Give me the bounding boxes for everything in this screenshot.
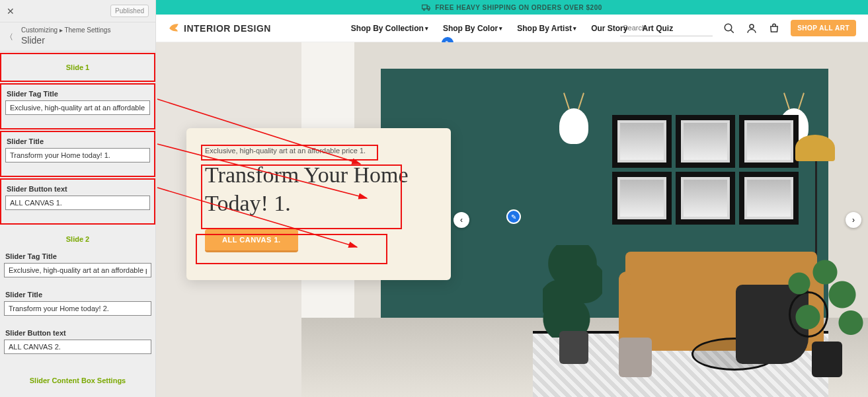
slider-next-button[interactable]: ›	[846, 212, 861, 228]
input-slide1-title[interactable]	[5, 148, 150, 162]
label-slider-title-2: Slider Title	[4, 291, 151, 299]
brand-logo[interactable]: INTERIOR DESIGN	[168, 22, 271, 34]
bird-icon	[168, 22, 180, 34]
nav-collection[interactable]: Shop By Collection▾	[351, 24, 428, 33]
publish-status[interactable]: Published	[110, 5, 149, 17]
wall-gallery	[612, 115, 799, 225]
cart-icon[interactable]	[768, 22, 780, 34]
svg-point-3	[725, 24, 732, 31]
plant-left	[546, 252, 599, 364]
chevron-down-icon: ▾	[573, 25, 576, 32]
side-stool	[619, 338, 652, 377]
edit-shortcut-icon[interactable]: ✎	[508, 211, 520, 223]
truck-icon	[422, 3, 431, 12]
hero-tag-text: Exclusive, high-quality art at an afford…	[205, 147, 432, 155]
input-slide2-button[interactable]	[4, 340, 151, 354]
label-slider-tag: Slider Tag Title	[5, 90, 150, 98]
slide-2-header: Slide 2	[0, 226, 155, 252]
hero-slider: Exclusive, high-quality art at an afford…	[156, 42, 868, 397]
chevron-down-icon: ▾	[425, 25, 428, 32]
slider-content-box-settings[interactable]: Slider Content Box Settings	[0, 367, 155, 394]
back-icon[interactable]: 〈	[5, 32, 13, 43]
nav-color[interactable]: Shop By Color▾	[443, 24, 502, 33]
promo-banner: FREE HEAVY SHIPPING ON ORDERS OVER $200	[156, 0, 868, 15]
site-preview: FREE HEAVY SHIPPING ON ORDERS OVER $200 …	[156, 0, 868, 397]
user-icon[interactable]	[746, 22, 758, 34]
hero-content-box: Exclusive, high-quality art at an afford…	[186, 128, 451, 280]
shop-all-button[interactable]: SHOP ALL ART	[791, 20, 856, 36]
slider-prev-button[interactable]: ‹	[454, 212, 469, 228]
promo-text: FREE HEAVY SHIPPING ON ORDERS OVER $200	[435, 4, 602, 11]
customizer-sidebar: ✕ Published 〈 Customizing ▸ Theme Settin…	[0, 0, 156, 397]
hero-cta-button[interactable]: ALL CANVAS 1.	[205, 229, 298, 252]
svg-line-4	[730, 30, 734, 33]
search-icon[interactable]	[723, 22, 735, 34]
svg-point-5	[750, 24, 754, 28]
nav-artist[interactable]: Shop By Artist▾	[517, 24, 576, 33]
label-slider-title: Slider Title	[5, 137, 150, 145]
hero-title-text: Transform Your Home Today! 1.	[205, 161, 432, 217]
label-slider-button: Slider Button text	[5, 185, 150, 193]
label-slider-button-2: Slider Button text	[4, 329, 151, 337]
nav-story[interactable]: Our Story	[591, 24, 627, 33]
section-title: Slider	[21, 35, 147, 46]
input-slide2-title[interactable]	[4, 301, 151, 316]
main-navbar: INTERIOR DESIGN Shop By Collection▾ Shop…	[156, 15, 868, 42]
plant-right	[789, 245, 861, 377]
nav-quiz[interactable]: Art Quiz	[642, 24, 673, 33]
decor-deer-head	[559, 108, 588, 144]
svg-point-1	[424, 9, 425, 10]
chevron-down-icon: ▾	[499, 25, 502, 32]
brand-name: INTERIOR DESIGN	[184, 23, 271, 34]
input-slide2-tag[interactable]	[4, 263, 151, 277]
breadcrumb: Customizing ▸ Theme Settings	[21, 26, 147, 34]
close-icon[interactable]: ✕	[7, 6, 15, 17]
input-slide1-tag[interactable]	[5, 100, 150, 115]
svg-point-2	[428, 9, 430, 10]
input-slide1-button[interactable]	[5, 196, 150, 210]
slide-1-header: Slide 1	[1, 54, 154, 81]
label-slider-tag-2: Slider Tag Title	[4, 252, 151, 260]
svg-rect-0	[422, 5, 428, 9]
floor-lamp	[795, 135, 835, 161]
